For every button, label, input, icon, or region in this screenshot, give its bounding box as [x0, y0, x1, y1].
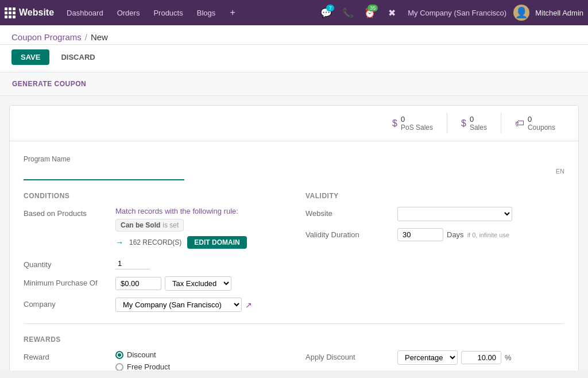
validity-duration-key: Validity Duration	[305, 228, 397, 239]
form-body: Program Name EN Conditions Based on Prod…	[10, 141, 578, 371]
dollar-icon-pos: $	[392, 118, 397, 129]
validity-duration-input[interactable]	[397, 228, 443, 241]
based-on-products-val: Match records with the following rule: C…	[115, 207, 283, 251]
phone-icon-btn[interactable]: 📞	[339, 3, 357, 22]
website-select[interactable]	[397, 207, 512, 221]
username: Mitchell Admin	[532, 9, 583, 17]
quantity-input[interactable]	[115, 258, 150, 269]
app-logo[interactable]: Website	[5, 7, 54, 18]
breadcrumb: Coupon Programs / New	[11, 32, 577, 42]
dollar-icon-sales: $	[461, 118, 466, 129]
apply-discount-field: Apply Discount Percentage %	[305, 350, 564, 365]
apply-discount-val: Percentage %	[397, 350, 564, 365]
edit-domain-button[interactable]: EDIT DOMAIN	[187, 236, 246, 249]
company-key: Company	[24, 298, 115, 308]
breadcrumb-current: New	[91, 32, 108, 42]
validity-duration-val: Days if 0, infinite use	[397, 228, 564, 241]
program-name-label: Program Name	[24, 155, 564, 163]
sales-label: Sales	[470, 124, 487, 132]
rewards-section: Rewards Reward Discount	[24, 323, 564, 371]
company-select[interactable]: My Company (San Francisco)	[115, 298, 242, 312]
program-name-input-row: EN	[24, 165, 564, 180]
generate-coupon-button[interactable]: GENERATE COUPON	[11, 78, 87, 90]
domain-key: Can be Sold	[121, 221, 160, 229]
based-on-products-key: Based on Products	[24, 207, 115, 218]
sales-stat[interactable]: $ 0 Sales	[447, 113, 501, 134]
reward-val: Discount Free Product	[115, 350, 283, 371]
sales-count: 0	[470, 115, 487, 124]
save-button[interactable]: SAVE	[11, 49, 49, 65]
records-row: → 162 RECORD(S) EDIT DOMAIN	[115, 236, 283, 249]
pos-sales-stat[interactable]: $ 0 PoS Sales	[378, 113, 447, 134]
company-field: Company My Company (San Francisco) ↗	[24, 298, 283, 312]
apply-discount-key: Apply Discount	[305, 350, 397, 361]
reward-type-column: Reward Discount Free	[24, 350, 283, 371]
domain-op: is set	[163, 221, 179, 229]
rewards-label: Rewards	[24, 335, 564, 344]
discount-pct-input[interactable]	[461, 351, 501, 364]
min-purchase-key: Minimum Purchase Of	[24, 276, 115, 287]
external-link-icon[interactable]: ↗	[245, 300, 252, 310]
company-selector[interactable]: My Company (San Francisco)	[403, 9, 511, 17]
breadcrumb-bar: Coupon Programs / New	[0, 25, 588, 45]
reward-field: Reward Discount Free	[24, 350, 283, 371]
discount-radio[interactable]	[115, 351, 123, 359]
pct-symbol: %	[505, 353, 512, 362]
min-purchase-field: Minimum Purchase Of Tax Excluded Tax Inc…	[24, 276, 283, 291]
coupon-icon: 🏷	[515, 118, 524, 129]
coupons-count: 0	[528, 115, 555, 124]
company-val: My Company (San Francisco) ↗	[115, 298, 283, 312]
generate-coupon-bar: GENERATE COUPON	[0, 72, 588, 96]
rewards-two-col: Reward Discount Free	[24, 350, 564, 371]
quantity-val	[115, 258, 283, 269]
nav-orders[interactable]: Orders	[111, 6, 146, 20]
website-val	[397, 207, 564, 221]
apply-discount-select[interactable]: Percentage	[397, 350, 458, 365]
conditions-column: Conditions Based on Products Match recor…	[24, 190, 283, 319]
match-text: Match records with the following rule:	[115, 207, 283, 215]
program-name-input[interactable]	[24, 165, 184, 180]
validity-label: Validity	[305, 192, 564, 200]
company-name: My Company (San Francisco)	[408, 9, 506, 17]
duration-hint: if 0, infinite use	[467, 232, 509, 238]
stats-row: $ 0 PoS Sales $ 0 Sales 🏷 0 Coupons	[10, 106, 578, 141]
action-bar: SAVE DISCARD	[0, 45, 588, 72]
timer-icon-btn[interactable]: ⏰ 35	[361, 3, 379, 22]
conditions-label: Conditions	[24, 192, 283, 200]
nav-dashboard[interactable]: Dashboard	[61, 6, 109, 20]
discard-button[interactable]: DISCARD	[54, 49, 102, 65]
validity-duration-field: Validity Duration Days if 0, infinite us…	[305, 228, 564, 241]
pos-sales-count: 0	[401, 115, 433, 124]
apply-discount-column: Apply Discount Percentage %	[305, 350, 564, 371]
main-content: $ 0 PoS Sales $ 0 Sales 🏷 0 Coupons	[0, 96, 588, 371]
free-product-radio-label: Free Product	[127, 362, 170, 371]
add-icon[interactable]: +	[223, 3, 242, 22]
min-purchase-val: Tax Excluded Tax Included	[115, 276, 283, 291]
nav-products[interactable]: Products	[148, 6, 188, 20]
website-field: Website	[305, 207, 564, 221]
nav-blogs[interactable]: Blogs	[191, 6, 222, 20]
app-name: Website	[19, 7, 54, 18]
avatar[interactable]: 👤	[513, 5, 529, 21]
reward-key: Reward	[24, 350, 115, 361]
form-card: $ 0 PoS Sales $ 0 Sales 🏷 0 Coupons	[9, 105, 579, 371]
validity-column: Validity Website Validity Duration	[305, 190, 564, 319]
website-key: Website	[305, 207, 397, 218]
chat-badge: 7	[326, 5, 334, 11]
breadcrumb-parent[interactable]: Coupon Programs	[11, 32, 82, 42]
duration-unit: Days	[447, 230, 464, 239]
arrow-icon: →	[115, 238, 123, 247]
free-product-radio[interactable]	[115, 363, 123, 371]
quantity-field: Quantity	[24, 258, 283, 269]
top-navigation: Website Dashboard Orders Products Blogs …	[0, 0, 588, 25]
topnav-icons: 💬 7 📞 ⏰ 35 ✖	[317, 3, 401, 22]
settings-icon-btn[interactable]: ✖	[382, 3, 401, 22]
min-purchase-input[interactable]	[115, 277, 161, 290]
timer-badge: 35	[368, 5, 378, 11]
discount-radio-row: Discount	[115, 350, 283, 359]
coupons-stat[interactable]: 🏷 0 Coupons	[501, 113, 569, 134]
program-name-group: Program Name EN	[24, 155, 564, 180]
chat-icon-btn[interactable]: 💬 7	[317, 3, 335, 22]
based-on-products-field: Based on Products Match records with the…	[24, 207, 283, 251]
tax-select[interactable]: Tax Excluded Tax Included	[165, 276, 231, 291]
